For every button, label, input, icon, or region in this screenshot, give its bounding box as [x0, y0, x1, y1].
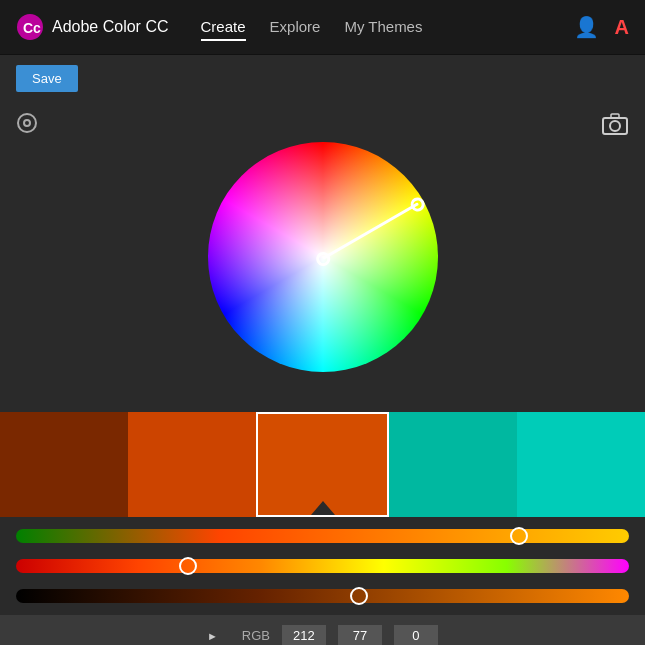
- slider3-thumb[interactable]: [350, 587, 368, 605]
- value-area: ► RGB HEX: [0, 615, 645, 645]
- rgb-row: ► RGB: [207, 625, 438, 645]
- svg-rect-6: [611, 114, 619, 118]
- toolbar: Save: [0, 55, 645, 102]
- user-icon[interactable]: 👤: [574, 15, 599, 39]
- adobe-logo-icon: Cc: [16, 13, 44, 41]
- logo-area: Cc Adobe Color CC: [16, 13, 169, 41]
- nav-explore[interactable]: Explore: [270, 14, 321, 41]
- green-input[interactable]: [338, 625, 382, 645]
- swatch-1[interactable]: [128, 412, 256, 517]
- slider2-track[interactable]: [16, 559, 629, 573]
- undo-icon: [16, 112, 38, 134]
- sliders: [0, 517, 645, 615]
- swatch-0[interactable]: [0, 412, 128, 517]
- slider2-thumb[interactable]: [179, 557, 197, 575]
- save-button[interactable]: Save: [16, 65, 78, 92]
- wheel-area: [0, 102, 645, 412]
- red-input[interactable]: [282, 625, 326, 645]
- rgb-label: RGB: [230, 628, 270, 643]
- slider3-track[interactable]: [16, 589, 629, 603]
- rgb-mode-arrow[interactable]: ►: [207, 630, 218, 642]
- camera-icon: [601, 112, 629, 136]
- swatches: [0, 412, 645, 517]
- header: Cc Adobe Color CC Create Explore My Them…: [0, 0, 645, 55]
- nav-my-themes[interactable]: My Themes: [344, 14, 422, 41]
- swatch-4[interactable]: [517, 412, 645, 517]
- blue-input[interactable]: [394, 625, 438, 645]
- svg-point-2: [18, 114, 36, 132]
- nav-create[interactable]: Create: [201, 14, 246, 41]
- slider1-thumb[interactable]: [510, 527, 528, 545]
- camera-icon-area[interactable]: [601, 112, 629, 140]
- slider-row-2: [16, 555, 629, 577]
- slider1-track[interactable]: [16, 529, 629, 543]
- nav: Create Explore My Themes: [201, 14, 574, 41]
- svg-point-3: [24, 120, 30, 126]
- svg-text:Cc: Cc: [23, 20, 41, 36]
- svg-point-5: [610, 121, 620, 131]
- header-icons: 👤 A: [574, 15, 629, 39]
- undo-icon-area[interactable]: [16, 112, 38, 138]
- color-wheel-container[interactable]: [208, 142, 438, 372]
- swatch-3[interactable]: [389, 412, 517, 517]
- app-title: Adobe Color CC: [52, 18, 169, 36]
- adobe-icon[interactable]: A: [615, 16, 629, 39]
- swatch-2[interactable]: [256, 412, 388, 517]
- slider-row-1: [16, 525, 629, 547]
- slider-row-3: [16, 585, 629, 607]
